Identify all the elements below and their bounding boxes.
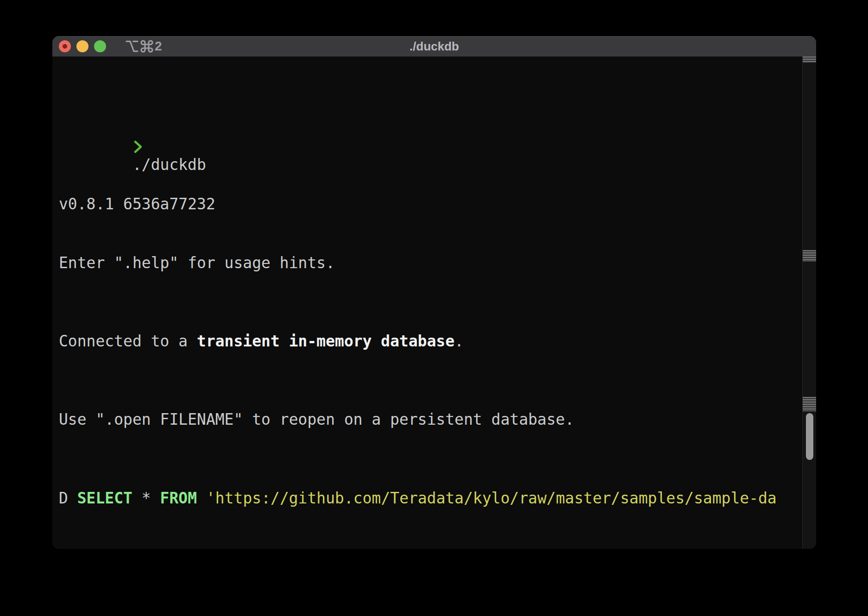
select-keyword: SELECT (77, 489, 132, 507)
scroll-mark (803, 397, 816, 411)
hints-line: Enter ".help" for usage hints. (59, 253, 816, 273)
window-title: ./duckdb (52, 39, 816, 54)
duckdb-prompt: D (59, 489, 77, 507)
star-segment: * (132, 489, 160, 507)
shortcut-number: 2 (155, 40, 162, 53)
keyword-space (197, 489, 206, 507)
connected-suffix: . (454, 332, 464, 350)
connected-line: Connected to a transient in-memory datab… (59, 332, 816, 351)
scroll-mark (803, 250, 816, 262)
connected-bold: transient in-memory database (197, 332, 454, 350)
connected-prefix: Connected to a (59, 332, 197, 350)
shell-command: ./duckdb (132, 156, 206, 174)
prompt-chevron-icon (59, 119, 143, 178)
scroll-mark (803, 57, 816, 63)
zoom-button[interactable] (94, 40, 106, 52)
window-titlebar[interactable]: 2 ./duckdb (52, 36, 816, 57)
window-shortcut: 2 (125, 39, 162, 54)
scrollbar-thumb[interactable] (806, 413, 813, 460)
command-key-icon (139, 39, 154, 54)
scrollbar-track[interactable] (802, 57, 816, 549)
minimize-button[interactable] (76, 40, 88, 52)
terminal-window: 2 ./duckdb ./duckdb v0.8.1 6536a77232 En… (52, 36, 816, 549)
open-line: Use ".open FILENAME" to reopen on a pers… (59, 410, 816, 429)
query-line: D SELECT * FROM 'https://github.com/Tera… (59, 489, 816, 508)
option-key-icon (125, 39, 139, 54)
query-string: 'https://github.com/Teradata/kylo/raw/ma… (206, 489, 777, 507)
prompt-line: ./duckdb (59, 116, 816, 136)
traffic-lights (59, 40, 106, 52)
close-button[interactable] (59, 40, 71, 52)
version-line: v0.8.1 6536a77232 (59, 195, 816, 214)
terminal-screen[interactable]: ./duckdb v0.8.1 6536a77232 Enter ".help"… (52, 57, 816, 549)
from-keyword: FROM (160, 489, 197, 507)
